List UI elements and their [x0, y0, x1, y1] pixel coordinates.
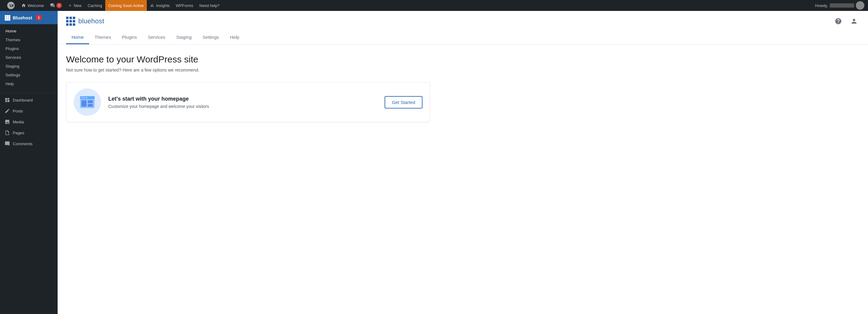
sidebar-comments-label: Comments: [13, 142, 32, 146]
homepage-card: Let's start with your homepage Customize…: [66, 82, 430, 122]
tab-help[interactable]: Help: [224, 32, 245, 44]
tab-home[interactable]: Home: [66, 32, 89, 44]
homepage-card-description: Customize your homepage and welcome your…: [108, 104, 377, 109]
adminbar-howdy-label: Howdy,: [815, 3, 828, 8]
adminbar-coming-soon-label: Coming Soon Active: [108, 3, 144, 8]
adminbar-username: [830, 3, 854, 7]
page-welcome-subtitle: Not sure how to get started? Here are a …: [66, 68, 860, 72]
svg-rect-0: [5, 15, 7, 17]
svg-rect-15: [88, 100, 93, 103]
sidebar-wp-menu: Dashboard Posts Media Pages: [0, 93, 58, 149]
sidebar-item-themes[interactable]: Themes: [0, 35, 58, 44]
dashboard-icon: [4, 97, 10, 103]
adminbar-insights-label: Insights: [156, 3, 170, 8]
adminbar-home-label: Welcome: [28, 3, 44, 8]
sidebar-dashboard-label: Dashboard: [13, 98, 33, 102]
sidebar-item-media[interactable]: Media: [0, 116, 58, 127]
sidebar-item-settings[interactable]: Settings: [0, 71, 58, 80]
media-icon: [4, 119, 10, 125]
homepage-card-icon: [74, 89, 101, 116]
adminbar-howdy[interactable]: Howdy,: [815, 1, 864, 10]
svg-rect-7: [7, 19, 8, 21]
bluehost-logo-area: bluehost: [66, 16, 860, 29]
header-icons: [833, 16, 860, 27]
adminbar-insights[interactable]: Insights: [147, 0, 173, 11]
sidebar-item-plugins[interactable]: Plugins: [0, 44, 58, 53]
page-welcome-title: Welcome to your WordPress site: [66, 54, 860, 65]
sidebar-bluehost-badge: 1: [36, 14, 42, 21]
main-header: bluehost Home Themes Plugins Services St…: [58, 11, 868, 44]
get-started-button[interactable]: Get Started: [384, 96, 423, 108]
sidebar-posts-label: Posts: [13, 109, 23, 113]
sidebar-item-home[interactable]: Home: [0, 27, 58, 35]
adminbar-comments[interactable]: 0: [47, 0, 65, 11]
adminbar-home[interactable]: Welcome: [18, 0, 47, 11]
tab-themes[interactable]: Themes: [89, 32, 117, 44]
tabs-row: Home Themes Plugins Services Staging Set…: [66, 32, 860, 44]
homepage-card-title: Let's start with your homepage: [108, 96, 377, 102]
adminbar-need-help[interactable]: Need help?: [196, 0, 223, 11]
adminbar-wpforms[interactable]: WPForms: [173, 0, 196, 11]
sidebar-item-staging[interactable]: Staging: [0, 62, 58, 71]
svg-rect-16: [88, 104, 93, 107]
svg-rect-13: [86, 97, 88, 98]
main-area: bluehost Home Themes Plugins Services St…: [58, 11, 868, 314]
sidebar-media-label: Media: [13, 120, 24, 124]
sidebar-item-pages[interactable]: Pages: [0, 127, 58, 138]
sidebar: Bluehost 1 Home Themes Plugins Services …: [0, 11, 58, 314]
tab-plugins[interactable]: Plugins: [117, 32, 142, 44]
adminbar-wp-logo[interactable]: [4, 0, 18, 11]
svg-rect-8: [8, 19, 10, 21]
sidebar-bluehost-label: Bluehost: [13, 15, 32, 20]
svg-rect-12: [84, 97, 85, 98]
svg-rect-4: [7, 17, 8, 19]
sidebar-pages-label: Pages: [13, 131, 24, 135]
sidebar-bluehost-header[interactable]: Bluehost 1: [0, 11, 58, 24]
bluehost-logo: bluehost: [66, 17, 104, 26]
adminbar-coming-soon[interactable]: Coming Soon Active: [105, 0, 147, 11]
tab-staging[interactable]: Staging: [171, 32, 197, 44]
adminbar-comments-badge: 0: [56, 3, 62, 8]
svg-rect-14: [82, 100, 87, 107]
svg-rect-3: [5, 17, 7, 19]
tab-services[interactable]: Services: [142, 32, 171, 44]
page-content: Welcome to your WordPress site Not sure …: [58, 44, 868, 314]
adminbar-new[interactable]: New: [65, 0, 85, 11]
adminbar-new-label: New: [74, 3, 82, 8]
adminbar-avatar[interactable]: [856, 1, 864, 10]
svg-rect-6: [5, 19, 7, 21]
sidebar-item-comments[interactable]: Comments: [0, 138, 58, 149]
tab-settings[interactable]: Settings: [197, 32, 224, 44]
svg-rect-2: [8, 15, 10, 17]
sidebar-item-help[interactable]: Help: [0, 80, 58, 88]
adminbar-caching-label: Caching: [88, 3, 102, 8]
svg-rect-1: [7, 15, 8, 17]
bluehost-grid-icon: [66, 17, 75, 26]
help-icon-button[interactable]: [833, 16, 844, 27]
adminbar-need-help-label: Need help?: [199, 3, 220, 8]
user-icon-button[interactable]: [848, 16, 860, 27]
adminbar-caching[interactable]: Caching: [85, 0, 105, 11]
sidebar-bluehost-nav: Home Themes Plugins Services Staging Set…: [0, 24, 58, 93]
bluehost-logo-text: bluehost: [78, 17, 104, 25]
sidebar-item-posts[interactable]: Posts: [0, 105, 58, 116]
svg-rect-11: [82, 97, 83, 98]
posts-icon: [4, 108, 10, 114]
sidebar-item-dashboard[interactable]: Dashboard: [0, 95, 58, 105]
comments-icon: [4, 140, 10, 147]
homepage-card-text: Let's start with your homepage Customize…: [108, 96, 377, 109]
svg-rect-5: [8, 17, 10, 19]
admin-bar: Welcome 0 New Caching Coming Soon Active…: [0, 0, 868, 11]
pages-icon: [4, 130, 10, 136]
adminbar-wpforms-label: WPForms: [176, 3, 193, 8]
sidebar-item-services[interactable]: Services: [0, 53, 58, 62]
